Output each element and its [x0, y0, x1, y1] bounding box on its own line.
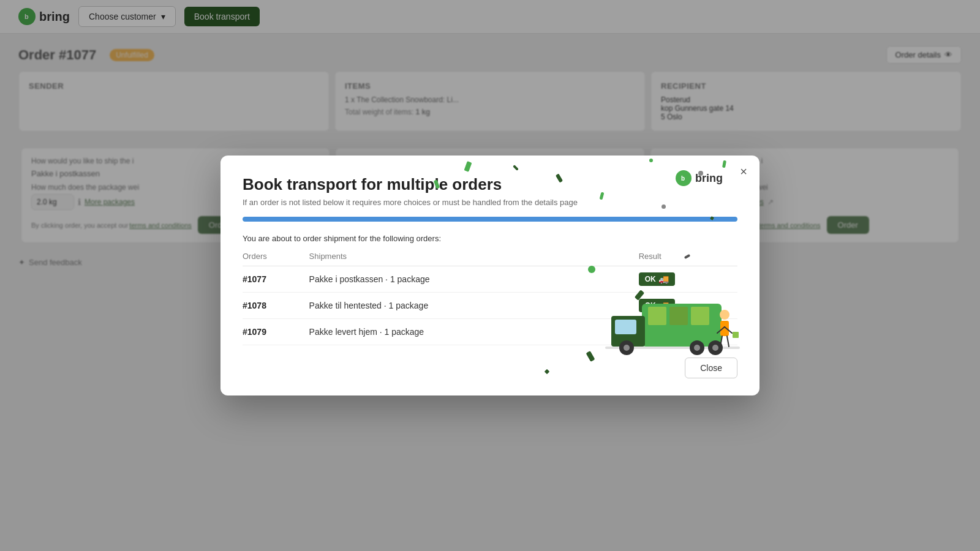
modal-dialog: b bring × Book transport for multiple or… [221, 156, 760, 395]
shipment-2: Pakke til hentested · 1 package [309, 293, 639, 319]
modal-logo-circle: b [676, 170, 692, 186]
svg-rect-18 [720, 321, 729, 336]
shipment-3: Pakke levert hjem · 1 package [309, 319, 639, 345]
truck-illustration [605, 273, 740, 359]
svg-point-11 [694, 345, 700, 351]
svg-text:b: b [681, 175, 685, 182]
order-num-2: #1078 [243, 293, 309, 319]
modal-footer: Close [243, 358, 737, 378]
col-shipments-header: Shipments [309, 252, 639, 266]
svg-rect-16 [691, 307, 709, 325]
modal-progress-bar [243, 217, 737, 222]
modal-progress-fill [243, 217, 737, 222]
svg-rect-7 [615, 320, 636, 334]
svg-point-17 [720, 310, 729, 320]
modal-title: Book transport for multiple orders [243, 175, 737, 194]
modal-close-footer-button[interactable]: Close [685, 358, 737, 378]
svg-rect-23 [733, 332, 739, 338]
svg-point-9 [624, 345, 630, 351]
modal-logo-text: bring [695, 172, 723, 185]
svg-line-22 [727, 336, 729, 347]
shipment-1: Pakke i postkassen · 1 package [309, 266, 639, 293]
modal-overlay: b bring × Book transport for multiple or… [0, 0, 980, 551]
svg-rect-14 [648, 307, 666, 325]
order-num-1: #1077 [243, 266, 309, 293]
svg-point-13 [712, 345, 718, 351]
col-result-header: Result [639, 252, 737, 266]
modal-close-button[interactable]: × [740, 165, 747, 178]
col-orders-header: Orders [243, 252, 309, 266]
modal-bring-logo: b bring [676, 170, 723, 186]
order-num-3: #1079 [243, 319, 309, 345]
svg-rect-15 [669, 307, 688, 325]
orders-label: You are about to order shipment for the … [243, 234, 737, 243]
modal-subtitle: If an order is not listed below it requi… [243, 198, 737, 207]
